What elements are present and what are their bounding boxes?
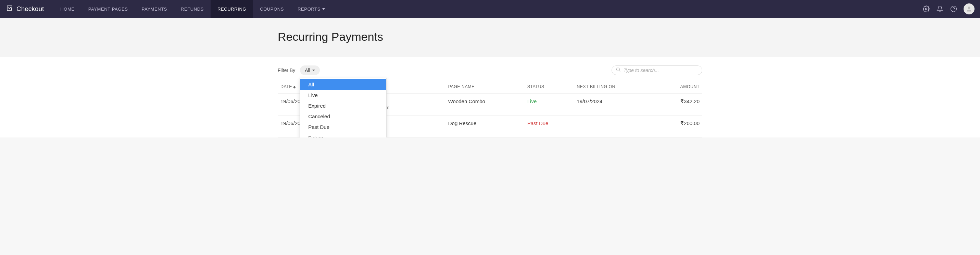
sort-icon: ◆ [293,85,296,89]
page-title: Recurring Payments [278,30,702,43]
col-status[interactable]: STATUS [525,80,574,94]
filter-selected: All [305,67,310,73]
filter-option-future[interactable]: Future [300,132,386,137]
nav-right [923,3,975,14]
nav-home[interactable]: HOME [53,0,81,18]
filter-option-live[interactable]: Live [300,90,386,100]
brand-text: Checkout [16,5,44,13]
status-badge: Past Due [527,120,549,126]
brand[interactable]: Checkout [5,5,44,13]
bell-icon[interactable] [936,5,944,13]
nav-coupons[interactable]: COUPONS [253,0,291,18]
chevron-down-icon [322,8,325,10]
filter-option-expired[interactable]: Expired [300,100,386,111]
toolbar: Filter By All All Live Expired Canceled … [278,65,702,75]
search-wrap [612,65,702,75]
cell-next [574,115,656,137]
settings-icon[interactable] [923,5,930,13]
nav-refunds[interactable]: REFUNDS [174,0,211,18]
content: Filter By All All Live Expired Canceled … [0,57,980,137]
nav-payments[interactable]: PAYMENTS [135,0,174,18]
search-input[interactable] [612,65,702,75]
nav-items: HOME PAYMENT PAGES PAYMENTS REFUNDS RECU… [53,0,332,18]
cell-amount: ₹342.20 [656,94,702,115]
svg-point-4 [617,68,620,71]
svg-point-0 [926,8,927,10]
page-header: Recurring Payments [0,18,980,57]
cell-status: Live [525,94,574,115]
cell-amount: ₹200.00 [656,115,702,137]
svg-point-3 [968,6,970,9]
cell-status: Past Due [525,115,574,137]
svg-line-5 [619,71,620,72]
chevron-down-icon [312,70,315,71]
status-badge: Live [527,98,537,104]
nav-reports[interactable]: REPORTS [291,0,332,18]
top-navbar: Checkout HOME PAYMENT PAGES PAYMENTS REF… [0,0,980,18]
cell-next: 19/07/2024 [574,94,656,115]
nav-recurring[interactable]: RECURRING [211,0,253,18]
filter-option-past-due[interactable]: Past Due [300,122,386,132]
col-amount[interactable]: AMOUNT [656,80,702,94]
nav-payment-pages[interactable]: PAYMENT PAGES [81,0,135,18]
filter-option-canceled[interactable]: Canceled [300,111,386,122]
cell-page: Dog Rescue [445,115,525,137]
filter-dropdown: All Live Expired Canceled Past Due Futur… [300,78,387,137]
help-icon[interactable] [950,5,958,13]
col-page[interactable]: PAGE NAME [445,80,525,94]
avatar[interactable] [964,3,975,14]
checkout-logo-icon [5,5,14,13]
cell-page: Wooden Combo [445,94,525,115]
filter-label: Filter By [278,67,295,73]
search-icon [616,67,621,74]
filter-option-all[interactable]: All [300,79,386,90]
svg-point-1 [951,6,957,12]
col-next[interactable]: NEXT BILLING ON [574,80,656,94]
filter-button[interactable]: All All Live Expired Canceled Past Due F… [300,65,320,75]
